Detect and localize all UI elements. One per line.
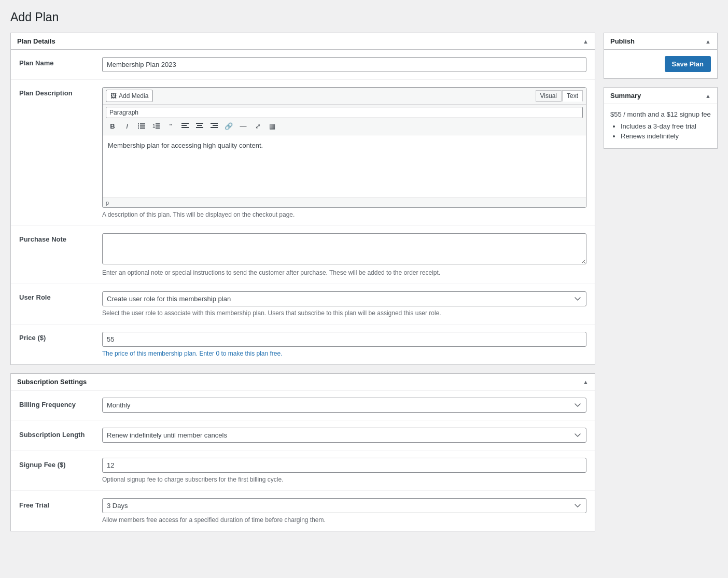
save-plan-button[interactable]: Save Plan bbox=[665, 56, 711, 72]
tab-text[interactable]: Text bbox=[562, 90, 583, 102]
editor-content[interactable]: Membership plan for accessing high quali… bbox=[103, 135, 586, 198]
free-trial-content: None 1 Day 3 Days 1 Week 1 Month Allow m… bbox=[102, 498, 586, 524]
kitchen-sink-button[interactable]: ▦ bbox=[265, 119, 279, 133]
plan-details-title: Plan Details bbox=[17, 37, 55, 45]
blockquote-button[interactable]: " bbox=[164, 119, 177, 133]
sidebar: Publish ▲ Save Plan Summary ▲ $55 / mont… bbox=[604, 33, 718, 157]
paragraph-select[interactable]: Paragraph bbox=[106, 107, 583, 118]
purchase-note-content: Enter an optional note or special instru… bbox=[102, 233, 586, 276]
svg-rect-15 bbox=[197, 125, 202, 126]
billing-frequency-content: Monthly Weekly Daily Yearly bbox=[102, 398, 586, 413]
subscription-settings-header[interactable]: Subscription Settings ▲ bbox=[11, 374, 595, 390]
svg-rect-1 bbox=[140, 123, 145, 124]
free-trial-label: Free Trial bbox=[19, 498, 102, 509]
add-media-label: Add Media bbox=[119, 92, 148, 100]
signup-fee-input[interactable] bbox=[102, 458, 586, 473]
tab-visual[interactable]: Visual bbox=[536, 90, 562, 102]
editor-wrapper: 🖼 Add Media Visual Text bbox=[102, 87, 586, 208]
subscription-length-content: Renew indefinitely until member cancels … bbox=[102, 428, 586, 443]
summary-price: $55 / month and a $12 signup fee bbox=[610, 110, 711, 118]
link-button[interactable]: 🔗 bbox=[222, 119, 235, 133]
plan-details-metabox: Plan Details ▲ Plan Name Plan Descriptio… bbox=[10, 33, 595, 365]
publish-title: Publish bbox=[610, 37, 635, 45]
svg-rect-8 bbox=[156, 125, 160, 126]
align-center-button[interactable] bbox=[193, 119, 206, 133]
purchase-note-hint: Enter an optional note or special instru… bbox=[102, 269, 586, 276]
subscription-length-select[interactable]: Renew indefinitely until member cancels … bbox=[102, 428, 586, 443]
plan-name-row: Plan Name bbox=[11, 50, 595, 80]
svg-rect-2 bbox=[138, 125, 139, 126]
signup-fee-label: Signup Fee ($) bbox=[19, 458, 102, 469]
svg-rect-18 bbox=[211, 123, 218, 124]
purchase-note-row: Purchase Note Enter an optional note or … bbox=[11, 226, 595, 284]
summary-item-trial: Includes a 3-day free trial bbox=[621, 122, 711, 130]
more-button[interactable]: — bbox=[236, 119, 250, 133]
align-right-button[interactable] bbox=[207, 119, 221, 133]
italic-button[interactable]: I bbox=[120, 119, 134, 133]
subscription-settings-metabox: Subscription Settings ▲ Billing Frequenc… bbox=[10, 373, 595, 531]
billing-frequency-row: Billing Frequency Monthly Weekly Daily Y… bbox=[11, 390, 595, 420]
purchase-note-label: Purchase Note bbox=[19, 233, 102, 243]
svg-rect-3 bbox=[140, 125, 145, 126]
publish-body: Save Plan bbox=[604, 50, 717, 78]
svg-rect-9 bbox=[156, 128, 160, 129]
editor-tabs: Visual Text bbox=[536, 90, 583, 102]
free-trial-select[interactable]: None 1 Day 3 Days 1 Week 1 Month bbox=[102, 498, 586, 513]
svg-rect-19 bbox=[213, 125, 218, 126]
plan-description-content: 🖼 Add Media Visual Text bbox=[102, 87, 586, 218]
billing-frequency-label: Billing Frequency bbox=[19, 398, 102, 408]
svg-rect-16 bbox=[196, 127, 203, 128]
subscription-settings-body: Billing Frequency Monthly Weekly Daily Y… bbox=[11, 390, 595, 531]
summary-title: Summary bbox=[610, 92, 641, 100]
bold-button[interactable]: B bbox=[106, 119, 119, 133]
svg-rect-12 bbox=[181, 127, 189, 128]
svg-rect-14 bbox=[196, 123, 203, 124]
plan-details-header[interactable]: Plan Details ▲ bbox=[11, 33, 595, 50]
signup-fee-content: Optional signup fee to charge subscriber… bbox=[102, 458, 586, 483]
billing-frequency-select[interactable]: Monthly Weekly Daily Yearly bbox=[102, 398, 586, 413]
plan-details-chevron-icon: ▲ bbox=[583, 38, 589, 45]
svg-rect-5 bbox=[140, 128, 145, 129]
subscription-settings-chevron-icon: ▲ bbox=[583, 379, 589, 385]
plan-name-label: Plan Name bbox=[19, 57, 102, 67]
plan-description-label: Plan Description bbox=[19, 87, 102, 97]
publish-header[interactable]: Publish ▲ bbox=[604, 33, 717, 50]
add-media-icon: 🖼 bbox=[110, 92, 117, 100]
svg-rect-7 bbox=[156, 123, 160, 124]
summary-item-renews: Renews indefinitely bbox=[621, 132, 711, 140]
add-media-button[interactable]: 🖼 Add Media bbox=[106, 90, 153, 102]
plan-name-content bbox=[102, 57, 586, 72]
plan-details-body: Plan Name Plan Description bbox=[11, 50, 595, 364]
purchase-note-textarea[interactable] bbox=[102, 233, 586, 264]
fullscreen-button[interactable]: ⤢ bbox=[251, 119, 264, 133]
ordered-list-button[interactable]: 1. bbox=[149, 119, 163, 133]
summary-header[interactable]: Summary ▲ bbox=[604, 88, 717, 104]
free-trial-row: Free Trial None 1 Day 3 Days 1 Week 1 Mo… bbox=[11, 491, 595, 531]
publish-metabox: Publish ▲ Save Plan bbox=[604, 33, 718, 79]
plan-name-input[interactable] bbox=[102, 57, 586, 72]
price-input[interactable] bbox=[102, 332, 586, 347]
unordered-list-button[interactable] bbox=[135, 119, 148, 133]
svg-rect-11 bbox=[181, 125, 187, 126]
svg-rect-20 bbox=[211, 127, 218, 128]
svg-rect-10 bbox=[181, 123, 189, 124]
svg-rect-4 bbox=[138, 128, 139, 129]
price-hint: The price of this membership plan. Enter… bbox=[102, 350, 586, 357]
user-role-hint: Select the user role to associate with t… bbox=[102, 309, 586, 317]
free-trial-hint: Allow members free access for a specifie… bbox=[102, 516, 586, 524]
align-left-button[interactable] bbox=[178, 119, 192, 133]
user-role-row: User Role Create user role for this memb… bbox=[11, 284, 595, 325]
subscription-settings-title: Subscription Settings bbox=[17, 378, 87, 386]
summary-body: $55 / month and a $12 signup fee Include… bbox=[604, 104, 717, 148]
subscription-length-row: Subscription Length Renew indefinitely u… bbox=[11, 420, 595, 450]
price-content: The price of this membership plan. Enter… bbox=[102, 332, 586, 357]
summary-chevron-icon: ▲ bbox=[705, 93, 711, 99]
editor-toolbar-top: 🖼 Add Media Visual Text bbox=[103, 88, 586, 105]
page-title: Add Plan bbox=[10, 10, 718, 24]
plan-description-row: Plan Description 🖼 Add Media bbox=[11, 80, 595, 226]
publish-chevron-icon: ▲ bbox=[705, 38, 711, 45]
subscription-length-label: Subscription Length bbox=[19, 428, 102, 439]
summary-metabox: Summary ▲ $55 / month and a $12 signup f… bbox=[604, 87, 718, 149]
user-role-select[interactable]: Create user role for this membership pla… bbox=[102, 291, 586, 306]
user-role-label: User Role bbox=[19, 291, 102, 301]
